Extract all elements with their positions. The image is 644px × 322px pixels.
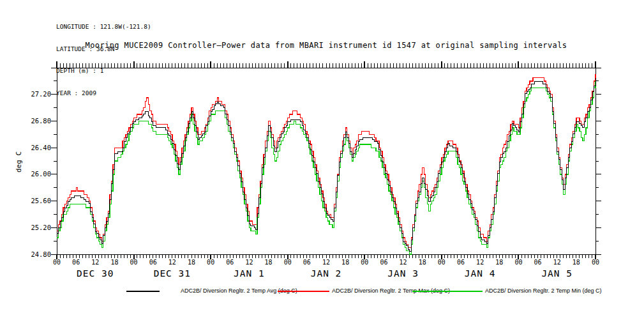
x-hour-label: 06 — [226, 259, 234, 266]
x-hour-label: 18 — [495, 259, 503, 266]
axis-ticks — [51, 61, 601, 259]
y-tick-label: 27.20 — [31, 90, 51, 98]
x-hour-label: 12 — [476, 259, 484, 266]
x-hour-label: 12 — [400, 259, 407, 266]
x-date-label: JAN 4 — [465, 268, 496, 279]
x-hour-label: 12 — [168, 259, 176, 266]
series-temp-avg-line — [57, 78, 595, 252]
x-hour-label: 18 — [341, 259, 349, 266]
x-date-label: JAN 5 — [541, 268, 573, 279]
legend-label-temp-min: ADC2B/ Diversion Regltr. 2 Temp Min (deg… — [485, 288, 601, 294]
y-tick-label: 25.20 — [31, 224, 51, 231]
x-hour-label: 06 — [457, 259, 465, 266]
y-tick-label: 26.00 — [31, 170, 51, 178]
plot-page: LONGITUDE : 121.8W(-121.8) LATITUDE : 36… — [0, 0, 644, 322]
legend-swatch-temp-max — [278, 291, 329, 292]
x-hour-label: 00 — [207, 259, 214, 266]
x-hour-label: 00 — [130, 259, 138, 266]
x-hour-label: 18 — [265, 259, 273, 266]
x-hour-label: 12 — [245, 259, 253, 266]
x-hour-label: 00 — [438, 259, 446, 266]
x-hour-label: 06 — [534, 259, 542, 266]
y-tick-label: 25.60 — [31, 197, 51, 204]
x-hour-label: 12 — [91, 259, 99, 266]
axis-tick-labels: 24.8025.2025.6026.0026.4026.8027.2000061… — [31, 90, 599, 279]
x-hour-label: 00 — [361, 259, 368, 266]
x-hour-label: 18 — [419, 259, 426, 266]
plot-frame — [57, 68, 595, 254]
x-hour-label: 00 — [53, 259, 61, 266]
series-temp-max-line — [57, 74, 595, 247]
x-hour-label: 00 — [284, 259, 292, 266]
x-date-label: DEC 31 — [154, 268, 191, 279]
series-temp-min-line — [57, 81, 595, 254]
y-tick-label: 24.80 — [31, 250, 51, 258]
x-hour-label: 06 — [303, 259, 311, 266]
x-hour-label: 00 — [592, 259, 599, 266]
x-hour-label: 12 — [322, 259, 330, 266]
legend-swatch-temp-avg — [126, 291, 160, 292]
legend-swatch-temp-min — [412, 291, 483, 292]
x-hour-label: 06 — [380, 259, 387, 266]
y-tick-label: 26.40 — [31, 144, 51, 151]
x-date-label: JAN 3 — [387, 268, 419, 279]
x-hour-label: 06 — [72, 259, 80, 266]
x-hour-label: 18 — [573, 259, 580, 266]
x-date-label: DEC 30 — [77, 268, 114, 279]
y-tick-label: 26.80 — [31, 117, 51, 125]
x-date-label: JAN 1 — [234, 268, 265, 279]
x-hour-label: 18 — [188, 259, 195, 266]
y-axis-title: deg C — [15, 142, 23, 182]
x-date-label: JAN 2 — [311, 268, 342, 279]
chart-canvas: 24.8025.2025.6026.0026.4026.8027.2000061… — [0, 0, 644, 322]
x-hour-label: 00 — [514, 259, 522, 266]
x-hour-label: 18 — [110, 259, 118, 266]
x-hour-label: 06 — [149, 259, 157, 266]
x-hour-label: 12 — [553, 259, 561, 266]
